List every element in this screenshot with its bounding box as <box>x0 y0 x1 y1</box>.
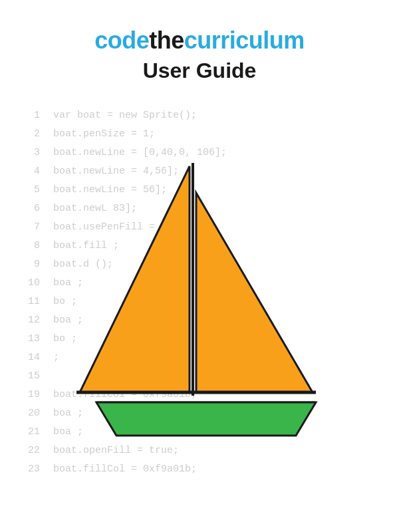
main-sail <box>80 166 190 392</box>
brand-the: the <box>149 27 184 54</box>
brand-curriculum: curriculum <box>184 27 305 54</box>
code-line-22: 22boat.openFill = true; <box>27 442 372 460</box>
code-line-23: 23boat.fillCol = 0xf9a01b; <box>27 460 372 479</box>
code-line-1: 1var boat = new Sprite(); <box>27 106 372 125</box>
jib-sail <box>196 193 313 392</box>
brand-title: codethecurriculum <box>0 27 399 55</box>
boat-illustration <box>60 153 339 439</box>
boat-svg <box>60 153 339 439</box>
header: codethecurriculum User Guide <box>0 0 399 83</box>
hull <box>96 402 316 436</box>
page-subtitle: User Guide <box>0 59 399 83</box>
code-line-2: 2boat.penSize = 1; <box>27 125 372 144</box>
brand-code: code <box>94 27 149 54</box>
